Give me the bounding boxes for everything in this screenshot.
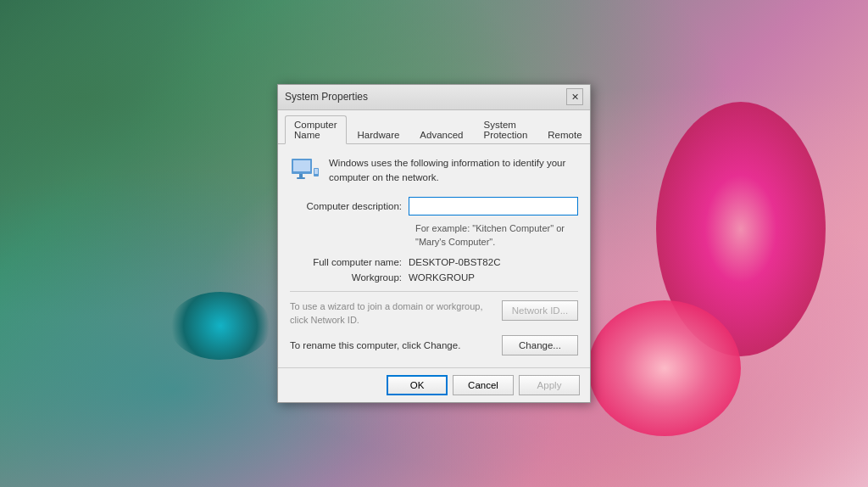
- network-id-row: To use a wizard to join a domain or work…: [290, 300, 578, 327]
- change-button[interactable]: Change...: [502, 335, 578, 355]
- svg-rect-2: [299, 174, 303, 177]
- info-row: Windows uses the following information t…: [290, 156, 578, 186]
- workgroup-row: Workgroup: WORKGROUP: [290, 272, 578, 283]
- info-text: Windows uses the following information t…: [329, 156, 578, 186]
- svg-rect-3: [297, 177, 305, 179]
- tab-system-protection[interactable]: System Protection: [475, 115, 537, 143]
- dialog-footer: OK Cancel Apply: [278, 367, 590, 402]
- cancel-button[interactable]: Cancel: [453, 375, 514, 395]
- dialog-titlebar: System Properties ✕: [278, 85, 590, 110]
- close-button[interactable]: ✕: [566, 88, 583, 105]
- network-id-text: To use a wizard to join a domain or work…: [290, 300, 497, 327]
- tab-remote[interactable]: Remote: [538, 126, 591, 143]
- workgroup-label: Workgroup:: [290, 272, 409, 283]
- tab-computer-name[interactable]: Computer Name: [285, 115, 347, 144]
- computer-description-input[interactable]: [409, 197, 578, 216]
- computer-description-label: Computer description:: [290, 201, 409, 211]
- tab-bar: Computer Name Hardware Advanced System P…: [278, 110, 590, 144]
- divider: [290, 291, 578, 292]
- dialog-content: Windows uses the following information t…: [278, 144, 590, 367]
- computer-description-hint: For example: "Kitchen Computer" or "Mary…: [415, 222, 578, 249]
- apply-button[interactable]: Apply: [519, 375, 580, 395]
- network-id-button[interactable]: Network ID...: [502, 300, 578, 321]
- computer-icon: [290, 158, 320, 182]
- computer-description-section: Computer description: For example: "Kitc…: [290, 197, 578, 249]
- change-row: To rename this computer, click Change. C…: [290, 335, 578, 355]
- ok-button[interactable]: OK: [387, 375, 448, 395]
- full-computer-name-value: DESKTOP-0BST82C: [409, 257, 500, 267]
- svg-rect-1: [293, 160, 310, 171]
- full-computer-name-label: Full computer name:: [290, 257, 409, 267]
- change-text: To rename this computer, click Change.: [290, 340, 497, 350]
- tab-hardware[interactable]: Hardware: [348, 126, 409, 143]
- dialog-title: System Properties: [285, 91, 566, 103]
- full-computer-name-row: Full computer name: DESKTOP-0BST82C: [290, 257, 578, 267]
- tab-advanced[interactable]: Advanced: [410, 126, 472, 143]
- system-properties-dialog: System Properties ✕ Computer Name Hardwa…: [277, 84, 591, 403]
- workgroup-value: WORKGROUP: [409, 272, 475, 283]
- computer-description-row: Computer description:: [290, 197, 578, 216]
- svg-rect-5: [314, 169, 318, 174]
- dialog-overlay: System Properties ✕ Computer Name Hardwa…: [0, 0, 868, 487]
